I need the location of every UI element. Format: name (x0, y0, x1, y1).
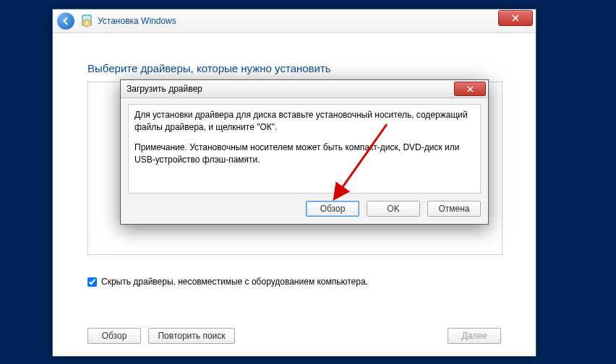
dialog-paragraph-1: Для установки драйвера для диска вставьт… (134, 109, 474, 134)
bottom-button-row: Обзор Повторить поиск Далее (87, 328, 501, 344)
dialog-browse-button[interactable]: Обзор (306, 201, 359, 217)
browse-button[interactable]: Обзор (87, 328, 141, 344)
rescan-button[interactable]: Повторить поиск (148, 328, 235, 344)
svg-point-2 (86, 22, 88, 24)
dialog-titlebar: Загрузить драйвер (121, 80, 488, 98)
close-icon (467, 86, 474, 92)
back-button[interactable] (57, 12, 74, 30)
dialog-paragraph-2: Примечание. Установочным носителем может… (134, 142, 474, 167)
page-heading: Выберите драйверы, которые нужно установ… (87, 62, 501, 74)
close-icon (512, 14, 519, 22)
dialog-body: Для установки драйвера для диска вставьт… (121, 98, 488, 224)
next-button[interactable]: Далее (448, 328, 501, 344)
dialog-message: Для установки драйвера для диска вставьт… (128, 104, 481, 194)
dialog-button-row: Обзор OK Отмена (128, 201, 481, 217)
dialog-title: Загрузить драйвер (127, 84, 202, 94)
window-title: Установка Windows (98, 16, 176, 26)
dialog-close-button[interactable] (454, 82, 486, 96)
hide-incompatible-checkbox[interactable] (87, 277, 97, 287)
installer-disc-icon (80, 14, 93, 27)
hide-incompatible-row[interactable]: Скрыть драйверы, несовместимые с оборудо… (87, 277, 501, 287)
arrow-left-icon (61, 16, 71, 26)
dialog-cancel-button[interactable]: Отмена (427, 201, 481, 217)
load-driver-dialog: Загрузить драйвер Для установки драйвера… (120, 79, 489, 225)
hide-incompatible-label: Скрыть драйверы, несовместимые с оборудо… (101, 277, 368, 287)
dialog-ok-button[interactable]: OK (367, 201, 420, 217)
titlebar: Установка Windows (53, 9, 536, 33)
window-close-button[interactable] (498, 10, 533, 26)
